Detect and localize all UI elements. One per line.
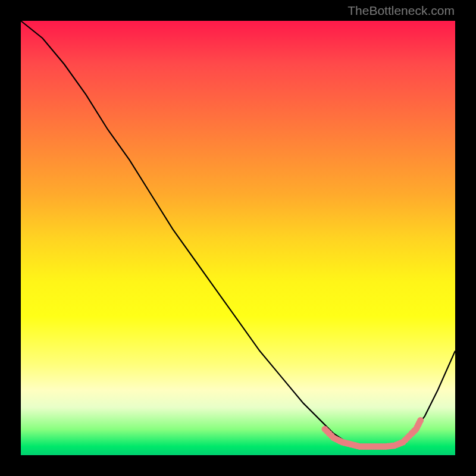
curve-black xyxy=(21,21,455,446)
stipple-dot xyxy=(417,417,424,424)
plot-area xyxy=(21,21,455,455)
stipple-pink xyxy=(322,417,424,450)
chart-container: TheBottleneck.com xyxy=(0,0,476,476)
chart-svg xyxy=(21,21,455,455)
watermark-text: TheBottleneck.com xyxy=(347,4,455,18)
